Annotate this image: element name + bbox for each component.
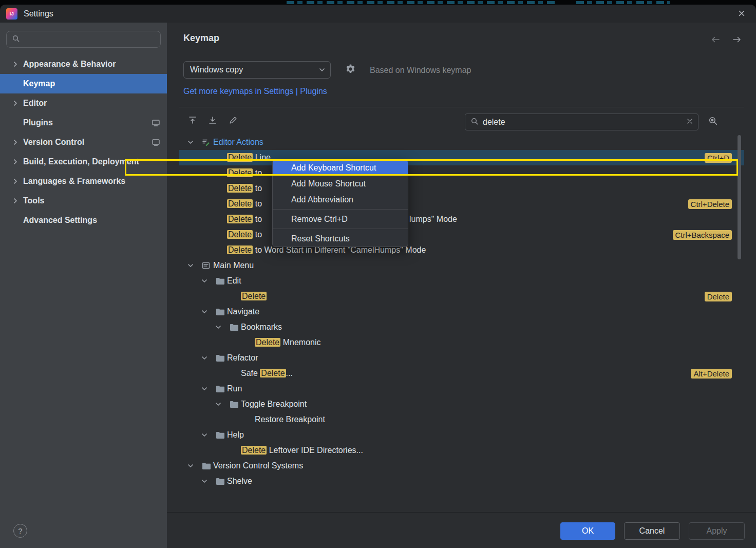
scrollbar[interactable] [738, 135, 741, 259]
tree-row-label: Delete Mnemonic [255, 338, 321, 347]
find-by-shortcut-button[interactable] [707, 116, 719, 128]
tree-row-version-control-systems[interactable]: Version Control Systems [179, 458, 744, 474]
tree-row-delete-to-word-start-in-different-camelhumps-mode[interactable]: Delete to Word Start in Different "Camel… [179, 242, 744, 258]
folder-icon [213, 354, 227, 362]
folder-icon [213, 308, 227, 315]
sidebar-search-field[interactable] [6, 31, 161, 48]
sidebar-item-label: Editor [23, 99, 47, 108]
menu-item-remove-ctrl-d[interactable]: Remove Ctrl+D [273, 211, 408, 227]
tree-row-delete[interactable]: DeleteDelete [179, 289, 744, 304]
chevron-down-icon[interactable] [200, 354, 213, 362]
folder-icon [213, 478, 227, 485]
tree-row-navigate[interactable]: Navigate [179, 304, 744, 319]
chevron-down-icon[interactable] [200, 477, 213, 485]
help-button[interactable]: ? [13, 524, 27, 538]
editor-actions-icon [199, 138, 213, 146]
chevron-down-icon[interactable] [214, 400, 226, 408]
tree-row-delete-mnemonic[interactable]: Delete Mnemonic [179, 335, 744, 350]
external-config-icon [152, 139, 160, 148]
edit-shortcut-button[interactable] [227, 115, 239, 127]
tree-row-delete-line[interactable]: Delete LineCtrl+D [179, 150, 744, 165]
keymap-search-input[interactable] [483, 118, 687, 127]
chevron-right-icon [11, 177, 21, 185]
sidebar-item-advanced-settings[interactable]: Advanced Settings [0, 211, 167, 230]
ok-button[interactable]: OK [560, 522, 615, 540]
tree-row-label: Delete Line [227, 153, 271, 162]
tree-row-delete-to[interactable]: Delete to [179, 181, 744, 196]
menu-separator [273, 209, 408, 210]
tree-row-delete-to[interactable]: Delete to [179, 165, 744, 181]
tree-row-delete-leftover-ide-directories[interactable]: Delete Leftover IDE Directories... [179, 443, 744, 458]
sidebar-item-tools[interactable]: Tools [0, 191, 167, 211]
folder-icon [213, 385, 227, 392]
tree-row-delete-to[interactable]: Delete toCtrl+Delete [179, 196, 744, 212]
page-title: Keymap [183, 33, 219, 44]
get-more-keymaps-link[interactable]: Get more keymaps in Settings | Plugins [183, 87, 327, 96]
sidebar-item-appearance-behavior[interactable]: Appearance & Behavior [0, 54, 167, 74]
chevron-down-icon[interactable] [186, 462, 199, 470]
sidebar-item-languages-frameworks[interactable]: Languages & Frameworks [0, 172, 167, 191]
back-arrow-button[interactable] [709, 35, 722, 45]
tree-row-label: Help [227, 430, 244, 440]
menu-separator [273, 229, 408, 229]
expand-all-button[interactable] [186, 115, 199, 127]
menu-item-add-mouse-shortcut[interactable]: Add Mouse Shortcut [273, 176, 408, 192]
chevron-down-icon[interactable] [186, 261, 199, 270]
apply-button[interactable]: Apply [689, 522, 745, 540]
tree-row-label: Delete Leftover IDE Directories... [241, 446, 363, 455]
menu-item-add-keyboard-shortcut[interactable]: Add Keyboard Shortcut [273, 160, 408, 176]
tree-row-label: Shelve [227, 477, 252, 486]
tree-row-delete-to[interactable]: Delete toCtrl+Backspace [179, 227, 744, 242]
tree-row-main-menu[interactable]: Main Menu [179, 258, 744, 273]
main-menu-icon [199, 261, 213, 270]
menu-item-add-abbreviation[interactable]: Add Abbreviation [273, 192, 408, 207]
chevron-down-icon[interactable] [200, 431, 213, 439]
cancel-button[interactable]: Cancel [624, 522, 680, 540]
footer-divider [167, 512, 756, 513]
keymap-search-field[interactable] [465, 114, 698, 130]
menu-item-reset-shortcuts[interactable]: Reset Shortcuts [273, 231, 408, 247]
sidebar-item-keymap[interactable]: Keymap [0, 74, 167, 93]
tree-row-bookmarks[interactable]: Bookmarks [179, 319, 744, 335]
tree-row-label: Toggle Breakpoint [241, 400, 307, 409]
tree-row-toggle-breakpoint[interactable]: Toggle Breakpoint [179, 396, 744, 412]
tree-row-refactor[interactable]: Refactor [179, 350, 744, 366]
background-text-fragment [576, 1, 670, 4]
close-button[interactable] [734, 7, 749, 21]
collapse-all-button[interactable] [206, 115, 219, 127]
panel-divider [179, 107, 744, 107]
chevron-down-icon[interactable] [200, 385, 213, 393]
tree-row-shelve[interactable]: Shelve [179, 474, 744, 489]
shortcut-badge: Delete [705, 292, 732, 301]
tree-row-help[interactable]: Help [179, 427, 744, 443]
help-icon: ? [18, 526, 22, 535]
scheme-settings-button[interactable] [344, 64, 356, 76]
sidebar-item-build-execution-deployment[interactable]: Build, Execution, Deployment [0, 152, 167, 172]
tree-row-editor-actions[interactable]: Editor Actions [179, 135, 744, 150]
tree-row-label: Delete to [227, 199, 262, 209]
tree-row-restore-breakpoint[interactable]: Restore Breakpoint [179, 412, 744, 427]
sidebar-item-plugins[interactable]: Plugins [0, 113, 167, 133]
based-on-label: Based on Windows keymap [370, 66, 471, 75]
tree-row-label: Restore Breakpoint [255, 415, 325, 424]
sidebar-item-label: Plugins [23, 118, 53, 127]
tree-row-safe-delete[interactable]: Safe Delete...Alt+Delete [179, 366, 744, 381]
tree-row-run[interactable]: Run [179, 381, 744, 396]
tree-row-edit[interactable]: Edit [179, 273, 744, 289]
chevron-down-icon[interactable] [200, 308, 213, 316]
keymap-scheme-select[interactable]: Windows copy [183, 61, 331, 79]
tree-row-delete-to[interactable]: Delete tolumps" Mode [179, 212, 744, 227]
tree-row-label: Delete to [227, 230, 262, 239]
settings-sidebar: Appearance & BehaviorKeymapEditorPlugins… [0, 23, 167, 548]
sidebar-item-editor[interactable]: Editor [0, 93, 167, 113]
chevron-down-icon[interactable] [200, 277, 213, 285]
sidebar-search-input[interactable] [24, 35, 152, 44]
forward-arrow-button[interactable] [731, 35, 743, 45]
chevron-right-icon [11, 197, 21, 205]
sidebar-item-version-control[interactable]: Version Control [0, 133, 167, 152]
chevron-down-icon[interactable] [214, 323, 226, 331]
clear-search-button[interactable] [687, 118, 693, 126]
chevron-down-icon[interactable] [186, 138, 199, 146]
tree-row-label: Edit [227, 276, 241, 286]
tree-row-fragment: lumps" Mode [409, 215, 457, 224]
